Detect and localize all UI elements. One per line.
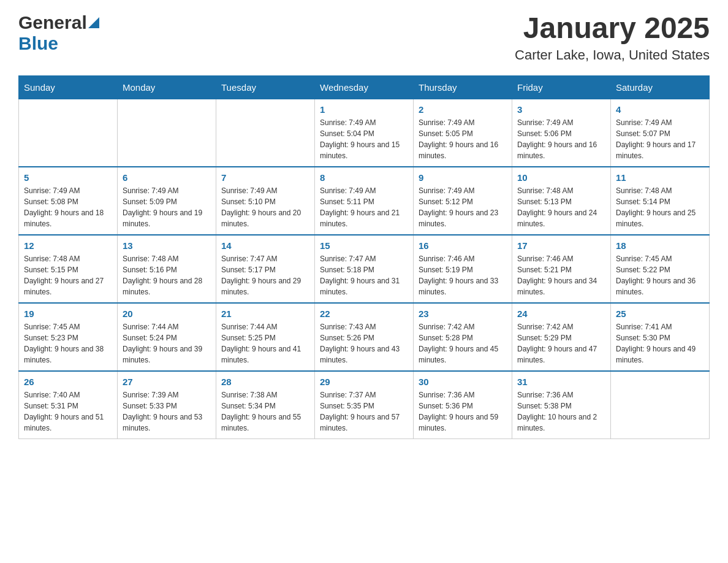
calendar-cell: 11Sunrise: 7:48 AMSunset: 5:14 PMDayligh…	[611, 167, 710, 235]
day-number: 20	[123, 308, 211, 319]
day-info: Sunrise: 7:40 AMSunset: 5:31 PMDaylight:…	[24, 389, 112, 434]
calendar-header-wednesday: Wednesday	[315, 75, 414, 99]
calendar-week-row: 12Sunrise: 7:48 AMSunset: 5:15 PMDayligh…	[19, 235, 710, 303]
day-number: 29	[320, 377, 408, 387]
calendar-header-monday: Monday	[118, 75, 216, 99]
calendar-cell: 1Sunrise: 7:49 AMSunset: 5:04 PMDaylight…	[315, 99, 414, 167]
calendar-cell: 9Sunrise: 7:49 AMSunset: 5:12 PMDaylight…	[414, 167, 512, 235]
calendar-cell: 24Sunrise: 7:42 AMSunset: 5:29 PMDayligh…	[512, 303, 611, 371]
calendar-header-saturday: Saturday	[611, 75, 710, 99]
day-info: Sunrise: 7:39 AMSunset: 5:33 PMDaylight:…	[123, 389, 211, 434]
calendar-cell: 13Sunrise: 7:48 AMSunset: 5:16 PMDayligh…	[118, 235, 216, 303]
calendar-cell: 16Sunrise: 7:46 AMSunset: 5:19 PMDayligh…	[414, 235, 512, 303]
day-info: Sunrise: 7:45 AMSunset: 5:23 PMDaylight:…	[24, 321, 112, 366]
calendar-cell: 4Sunrise: 7:49 AMSunset: 5:07 PMDaylight…	[611, 99, 710, 167]
day-number: 15	[320, 240, 408, 251]
title-section: January 2025 Carter Lake, Iowa, United S…	[515, 12, 710, 63]
calendar-cell: 29Sunrise: 7:37 AMSunset: 5:35 PMDayligh…	[315, 371, 414, 439]
day-number: 28	[221, 377, 309, 387]
day-number: 31	[517, 377, 605, 387]
day-info: Sunrise: 7:49 AMSunset: 5:04 PMDaylight:…	[320, 117, 408, 161]
calendar-week-row: 19Sunrise: 7:45 AMSunset: 5:23 PMDayligh…	[19, 303, 710, 371]
calendar-header-thursday: Thursday	[414, 75, 512, 99]
day-info: Sunrise: 7:36 AMSunset: 5:38 PMDaylight:…	[517, 389, 605, 434]
calendar-header-tuesday: Tuesday	[216, 75, 315, 99]
day-number: 8	[320, 172, 408, 183]
day-info: Sunrise: 7:47 AMSunset: 5:18 PMDaylight:…	[320, 253, 408, 297]
calendar-cell: 19Sunrise: 7:45 AMSunset: 5:23 PMDayligh…	[19, 303, 118, 371]
day-info: Sunrise: 7:49 AMSunset: 5:09 PMDaylight:…	[123, 185, 211, 229]
day-info: Sunrise: 7:49 AMSunset: 5:05 PMDaylight:…	[419, 117, 507, 161]
calendar-cell: 10Sunrise: 7:48 AMSunset: 5:13 PMDayligh…	[512, 167, 611, 235]
day-number: 14	[221, 240, 309, 251]
calendar-header-row: SundayMondayTuesdayWednesdayThursdayFrid…	[19, 75, 710, 99]
calendar-cell: 21Sunrise: 7:44 AMSunset: 5:25 PMDayligh…	[216, 303, 315, 371]
calendar-cell: 17Sunrise: 7:46 AMSunset: 5:21 PMDayligh…	[512, 235, 611, 303]
calendar-cell: 26Sunrise: 7:40 AMSunset: 5:31 PMDayligh…	[19, 371, 118, 439]
calendar-header-friday: Friday	[512, 75, 611, 99]
day-info: Sunrise: 7:49 AMSunset: 5:12 PMDaylight:…	[419, 185, 507, 229]
day-info: Sunrise: 7:42 AMSunset: 5:28 PMDaylight:…	[419, 321, 507, 366]
day-number: 17	[517, 240, 605, 251]
day-info: Sunrise: 7:47 AMSunset: 5:17 PMDaylight:…	[221, 253, 309, 297]
day-info: Sunrise: 7:36 AMSunset: 5:36 PMDaylight:…	[419, 389, 507, 434]
day-number: 11	[616, 172, 704, 183]
calendar-cell	[216, 99, 315, 167]
day-number: 22	[320, 308, 408, 319]
day-number: 21	[221, 308, 309, 319]
day-info: Sunrise: 7:43 AMSunset: 5:26 PMDaylight:…	[320, 321, 408, 366]
calendar-cell: 2Sunrise: 7:49 AMSunset: 5:05 PMDaylight…	[414, 99, 512, 167]
day-number: 13	[123, 240, 211, 251]
calendar-cell: 3Sunrise: 7:49 AMSunset: 5:06 PMDaylight…	[512, 99, 611, 167]
day-info: Sunrise: 7:48 AMSunset: 5:16 PMDaylight:…	[123, 253, 211, 297]
day-info: Sunrise: 7:49 AMSunset: 5:07 PMDaylight:…	[616, 117, 704, 161]
day-info: Sunrise: 7:44 AMSunset: 5:24 PMDaylight:…	[123, 321, 211, 366]
calendar-cell	[19, 99, 118, 167]
calendar-cell: 8Sunrise: 7:49 AMSunset: 5:11 PMDaylight…	[315, 167, 414, 235]
calendar-subtitle: Carter Lake, Iowa, United States	[515, 47, 710, 63]
day-number: 19	[24, 308, 112, 319]
calendar-cell: 25Sunrise: 7:41 AMSunset: 5:30 PMDayligh…	[611, 303, 710, 371]
calendar-cell: 27Sunrise: 7:39 AMSunset: 5:33 PMDayligh…	[118, 371, 216, 439]
calendar-cell: 20Sunrise: 7:44 AMSunset: 5:24 PMDayligh…	[118, 303, 216, 371]
day-number: 5	[24, 172, 112, 183]
logo-general-text: General	[18, 12, 87, 33]
day-number: 9	[419, 172, 507, 183]
day-number: 27	[123, 377, 211, 387]
day-number: 10	[517, 172, 605, 183]
calendar-header-sunday: Sunday	[19, 75, 118, 99]
calendar-week-row: 26Sunrise: 7:40 AMSunset: 5:31 PMDayligh…	[19, 371, 710, 439]
calendar-title: January 2025	[515, 12, 710, 45]
page-header: General Blue January 2025 Carter Lake, I…	[18, 12, 710, 63]
logo-blue-text: Blue	[18, 33, 58, 54]
day-number: 16	[419, 240, 507, 251]
calendar-cell: 15Sunrise: 7:47 AMSunset: 5:18 PMDayligh…	[315, 235, 414, 303]
calendar-cell: 6Sunrise: 7:49 AMSunset: 5:09 PMDaylight…	[118, 167, 216, 235]
day-info: Sunrise: 7:46 AMSunset: 5:19 PMDaylight:…	[419, 253, 507, 297]
day-info: Sunrise: 7:46 AMSunset: 5:21 PMDaylight:…	[517, 253, 605, 297]
calendar-cell: 18Sunrise: 7:45 AMSunset: 5:22 PMDayligh…	[611, 235, 710, 303]
day-info: Sunrise: 7:49 AMSunset: 5:08 PMDaylight:…	[24, 185, 112, 229]
day-number: 25	[616, 308, 704, 319]
day-info: Sunrise: 7:49 AMSunset: 5:06 PMDaylight:…	[517, 117, 605, 161]
day-info: Sunrise: 7:41 AMSunset: 5:30 PMDaylight:…	[616, 321, 704, 366]
calendar-cell: 23Sunrise: 7:42 AMSunset: 5:28 PMDayligh…	[414, 303, 512, 371]
day-info: Sunrise: 7:49 AMSunset: 5:10 PMDaylight:…	[221, 185, 309, 229]
day-number: 4	[616, 104, 704, 115]
day-number: 26	[24, 377, 112, 387]
day-number: 12	[24, 240, 112, 251]
day-number: 23	[419, 308, 507, 319]
day-number: 1	[320, 104, 408, 115]
calendar-cell: 28Sunrise: 7:38 AMSunset: 5:34 PMDayligh…	[216, 371, 315, 439]
calendar-table: SundayMondayTuesdayWednesdayThursdayFrid…	[18, 75, 710, 439]
calendar-cell	[118, 99, 216, 167]
day-number: 18	[616, 240, 704, 251]
calendar-cell: 7Sunrise: 7:49 AMSunset: 5:10 PMDaylight…	[216, 167, 315, 235]
logo-flag-icon	[88, 17, 99, 28]
day-number: 30	[419, 377, 507, 387]
day-info: Sunrise: 7:49 AMSunset: 5:11 PMDaylight:…	[320, 185, 408, 229]
calendar-cell: 12Sunrise: 7:48 AMSunset: 5:15 PMDayligh…	[19, 235, 118, 303]
day-info: Sunrise: 7:42 AMSunset: 5:29 PMDaylight:…	[517, 321, 605, 366]
calendar-cell: 14Sunrise: 7:47 AMSunset: 5:17 PMDayligh…	[216, 235, 315, 303]
day-number: 2	[419, 104, 507, 115]
